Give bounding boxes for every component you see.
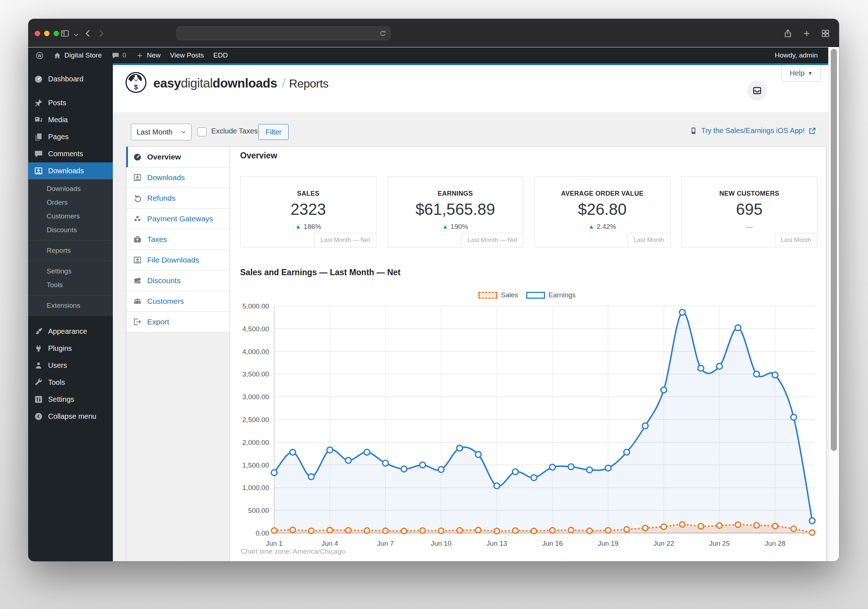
- sidebar-subitem-orders[interactable]: Orders: [28, 196, 113, 209]
- sidebar-subitem-downloads[interactable]: Downloads: [28, 182, 113, 196]
- sales-point[interactable]: [550, 528, 555, 533]
- sidebar-item-appearance[interactable]: Appearance: [28, 323, 113, 340]
- earnings-point[interactable]: [290, 449, 296, 455]
- sales-point[interactable]: [809, 530, 815, 535]
- earnings-point[interactable]: [531, 475, 537, 480]
- earnings-point[interactable]: [327, 447, 333, 453]
- earnings-point[interactable]: [401, 466, 407, 472]
- earnings-point[interactable]: [605, 465, 611, 471]
- earnings-point[interactable]: [809, 518, 815, 524]
- legend-item-earnings[interactable]: Earnings: [526, 291, 576, 299]
- site-name-menu[interactable]: Digital Store: [48, 47, 107, 63]
- minimize-window-button[interactable]: [44, 31, 50, 36]
- new-content-menu[interactable]: New: [131, 47, 165, 63]
- earnings-point[interactable]: [661, 387, 666, 393]
- sales-point[interactable]: [698, 524, 704, 529]
- earnings-point[interactable]: [587, 467, 592, 473]
- sidebar-item-comments[interactable]: Comments: [28, 146, 113, 163]
- sidebar-subitem-tools[interactable]: Tools: [28, 278, 113, 292]
- earnings-point[interactable]: [383, 460, 388, 466]
- earnings-point[interactable]: [364, 449, 370, 455]
- wp-logo-menu[interactable]: W: [28, 47, 48, 63]
- sales-point[interactable]: [494, 528, 499, 534]
- sales-point[interactable]: [438, 528, 444, 533]
- sidebar-item-collapse-menu[interactable]: Collapse menu: [28, 408, 113, 425]
- sidebar-item-settings[interactable]: Settings: [28, 391, 113, 408]
- scrollbar-track[interactable]: [828, 47, 839, 561]
- sales-point[interactable]: [735, 522, 741, 527]
- tab-downloads[interactable]: Downloads: [126, 167, 229, 188]
- sales-point[interactable]: [661, 524, 666, 530]
- sales-point[interactable]: [772, 523, 778, 529]
- view-posts-menu[interactable]: View Posts: [165, 47, 209, 63]
- earnings-point[interactable]: [475, 452, 481, 457]
- sales-point[interactable]: [531, 528, 537, 534]
- share-icon[interactable]: [783, 29, 793, 38]
- earnings-point[interactable]: [513, 469, 518, 474]
- sidebar-subitem-extensions[interactable]: Extensions: [28, 299, 113, 313]
- tab-taxes[interactable]: Taxes: [126, 229, 229, 250]
- notifications-button[interactable]: [747, 81, 767, 101]
- filter-button[interactable]: Filter: [258, 124, 288, 140]
- earnings-point[interactable]: [420, 462, 425, 468]
- exclude-taxes-checkbox[interactable]: [197, 127, 206, 136]
- sidebar-subitem-discounts[interactable]: Discounts: [28, 223, 113, 237]
- sidebar-item-dashboard[interactable]: Dashboard: [28, 71, 113, 88]
- earnings-point[interactable]: [494, 483, 500, 488]
- sales-point[interactable]: [346, 528, 351, 533]
- sales-point[interactable]: [364, 528, 370, 533]
- sales-point[interactable]: [791, 526, 797, 532]
- sidebar-toggle-icon[interactable]: [60, 29, 70, 38]
- tab-export[interactable]: Export: [126, 312, 229, 332]
- sales-point[interactable]: [587, 528, 592, 533]
- sales-point[interactable]: [420, 528, 425, 533]
- earnings-point[interactable]: [790, 414, 797, 420]
- tab-refunds[interactable]: Refunds: [126, 188, 229, 209]
- sales-point[interactable]: [605, 528, 611, 533]
- date-range-select[interactable]: Last Month: [131, 124, 192, 140]
- tab-payment-gateways[interactable]: Payment Gateways: [126, 209, 229, 229]
- sidebar-item-tools[interactable]: Tools: [28, 374, 113, 391]
- earnings-point[interactable]: [754, 371, 760, 377]
- earnings-point[interactable]: [624, 449, 630, 455]
- ios-app-link[interactable]: Try the Sales/Earnings iOS App!: [689, 126, 817, 135]
- legend-item-sales[interactable]: Sales: [479, 291, 518, 299]
- earnings-point[interactable]: [680, 310, 685, 315]
- earnings-point[interactable]: [271, 470, 277, 476]
- sales-point[interactable]: [290, 527, 296, 533]
- sales-point[interactable]: [754, 522, 759, 528]
- sidebar-item-users[interactable]: Users: [28, 357, 113, 374]
- earnings-point[interactable]: [716, 363, 722, 369]
- edd-menu[interactable]: EDD: [209, 47, 232, 63]
- tab-discounts[interactable]: Discounts: [126, 271, 229, 291]
- back-icon[interactable]: [83, 29, 93, 38]
- sales-point[interactable]: [383, 528, 388, 533]
- earnings-point[interactable]: [698, 365, 704, 371]
- sidebar-item-plugins[interactable]: Plugins: [28, 340, 113, 357]
- earnings-point[interactable]: [457, 445, 463, 451]
- sales-point[interactable]: [643, 525, 648, 531]
- sales-point[interactable]: [680, 522, 685, 527]
- tab-overview-icon[interactable]: [821, 29, 831, 38]
- comments-menu[interactable]: 0: [107, 47, 131, 63]
- sidebar-subitem-settings[interactable]: Settings: [28, 264, 113, 278]
- sales-point[interactable]: [271, 528, 277, 533]
- sales-point[interactable]: [624, 527, 629, 532]
- earnings-point[interactable]: [438, 466, 444, 472]
- reload-icon[interactable]: [378, 29, 388, 38]
- sales-point[interactable]: [476, 527, 481, 533]
- sales-point[interactable]: [401, 528, 407, 534]
- close-window-button[interactable]: [35, 31, 40, 36]
- help-button[interactable]: Help ▼: [781, 65, 821, 82]
- sidebar-item-pages[interactable]: Pages: [28, 129, 113, 146]
- tab-file-downloads[interactable]: File Downloads: [126, 250, 229, 271]
- tab-customers[interactable]: Customers: [126, 291, 229, 312]
- sidebar-subitem-customers[interactable]: Customers: [28, 209, 113, 223]
- sidebar-item-media[interactable]: Media: [28, 112, 113, 129]
- sales-point[interactable]: [457, 528, 463, 533]
- new-tab-icon[interactable]: [802, 29, 812, 38]
- chevron-down-icon[interactable]: [72, 30, 80, 40]
- sidebar-item-posts[interactable]: Posts: [28, 95, 113, 112]
- sidebar-subitem-reports[interactable]: Reports: [28, 244, 113, 257]
- earnings-point[interactable]: [735, 325, 741, 330]
